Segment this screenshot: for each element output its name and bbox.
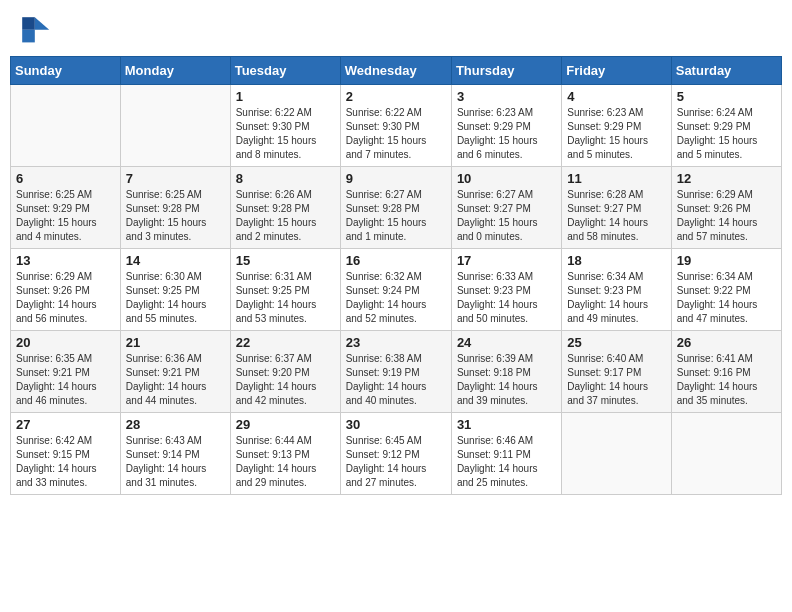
day-info: Sunrise: 6:35 AM Sunset: 9:21 PM Dayligh… [16,352,115,408]
page-header [10,10,782,46]
day-info: Sunrise: 6:38 AM Sunset: 9:19 PM Dayligh… [346,352,446,408]
day-number: 12 [677,171,776,186]
day-number: 26 [677,335,776,350]
calendar-cell: 21Sunrise: 6:36 AM Sunset: 9:21 PM Dayli… [120,331,230,413]
calendar-cell: 3Sunrise: 6:23 AM Sunset: 9:29 PM Daylig… [451,85,561,167]
day-info: Sunrise: 6:29 AM Sunset: 9:26 PM Dayligh… [16,270,115,326]
calendar-week-4: 20Sunrise: 6:35 AM Sunset: 9:21 PM Dayli… [11,331,782,413]
calendar-cell [120,85,230,167]
day-info: Sunrise: 6:26 AM Sunset: 9:28 PM Dayligh… [236,188,335,244]
day-info: Sunrise: 6:37 AM Sunset: 9:20 PM Dayligh… [236,352,335,408]
day-number: 2 [346,89,446,104]
col-header-saturday: Saturday [671,57,781,85]
day-number: 17 [457,253,556,268]
calendar-cell: 18Sunrise: 6:34 AM Sunset: 9:23 PM Dayli… [562,249,671,331]
day-info: Sunrise: 6:23 AM Sunset: 9:29 PM Dayligh… [457,106,556,162]
col-header-sunday: Sunday [11,57,121,85]
logo-icon [15,10,51,46]
calendar: SundayMondayTuesdayWednesdayThursdayFrid… [10,56,782,495]
day-number: 16 [346,253,446,268]
calendar-cell: 12Sunrise: 6:29 AM Sunset: 9:26 PM Dayli… [671,167,781,249]
day-info: Sunrise: 6:31 AM Sunset: 9:25 PM Dayligh… [236,270,335,326]
day-info: Sunrise: 6:46 AM Sunset: 9:11 PM Dayligh… [457,434,556,490]
col-header-wednesday: Wednesday [340,57,451,85]
calendar-cell: 10Sunrise: 6:27 AM Sunset: 9:27 PM Dayli… [451,167,561,249]
calendar-cell: 1Sunrise: 6:22 AM Sunset: 9:30 PM Daylig… [230,85,340,167]
day-info: Sunrise: 6:42 AM Sunset: 9:15 PM Dayligh… [16,434,115,490]
calendar-cell: 30Sunrise: 6:45 AM Sunset: 9:12 PM Dayli… [340,413,451,495]
day-number: 20 [16,335,115,350]
col-header-thursday: Thursday [451,57,561,85]
calendar-cell: 15Sunrise: 6:31 AM Sunset: 9:25 PM Dayli… [230,249,340,331]
calendar-cell: 25Sunrise: 6:40 AM Sunset: 9:17 PM Dayli… [562,331,671,413]
calendar-cell: 17Sunrise: 6:33 AM Sunset: 9:23 PM Dayli… [451,249,561,331]
day-info: Sunrise: 6:39 AM Sunset: 9:18 PM Dayligh… [457,352,556,408]
day-number: 9 [346,171,446,186]
day-info: Sunrise: 6:43 AM Sunset: 9:14 PM Dayligh… [126,434,225,490]
day-info: Sunrise: 6:27 AM Sunset: 9:28 PM Dayligh… [346,188,446,244]
calendar-cell: 7Sunrise: 6:25 AM Sunset: 9:28 PM Daylig… [120,167,230,249]
day-number: 18 [567,253,665,268]
day-number: 1 [236,89,335,104]
calendar-cell: 8Sunrise: 6:26 AM Sunset: 9:28 PM Daylig… [230,167,340,249]
calendar-cell: 9Sunrise: 6:27 AM Sunset: 9:28 PM Daylig… [340,167,451,249]
calendar-cell: 11Sunrise: 6:28 AM Sunset: 9:27 PM Dayli… [562,167,671,249]
calendar-week-1: 1Sunrise: 6:22 AM Sunset: 9:30 PM Daylig… [11,85,782,167]
calendar-cell: 16Sunrise: 6:32 AM Sunset: 9:24 PM Dayli… [340,249,451,331]
calendar-cell: 31Sunrise: 6:46 AM Sunset: 9:11 PM Dayli… [451,413,561,495]
day-number: 30 [346,417,446,432]
day-info: Sunrise: 6:27 AM Sunset: 9:27 PM Dayligh… [457,188,556,244]
day-number: 24 [457,335,556,350]
day-number: 8 [236,171,335,186]
day-info: Sunrise: 6:23 AM Sunset: 9:29 PM Dayligh… [567,106,665,162]
calendar-cell [671,413,781,495]
svg-marker-0 [35,17,49,30]
col-header-friday: Friday [562,57,671,85]
calendar-cell: 6Sunrise: 6:25 AM Sunset: 9:29 PM Daylig… [11,167,121,249]
calendar-cell: 23Sunrise: 6:38 AM Sunset: 9:19 PM Dayli… [340,331,451,413]
day-info: Sunrise: 6:30 AM Sunset: 9:25 PM Dayligh… [126,270,225,326]
calendar-week-3: 13Sunrise: 6:29 AM Sunset: 9:26 PM Dayli… [11,249,782,331]
calendar-cell [562,413,671,495]
day-number: 13 [16,253,115,268]
calendar-cell: 22Sunrise: 6:37 AM Sunset: 9:20 PM Dayli… [230,331,340,413]
day-info: Sunrise: 6:41 AM Sunset: 9:16 PM Dayligh… [677,352,776,408]
calendar-week-5: 27Sunrise: 6:42 AM Sunset: 9:15 PM Dayli… [11,413,782,495]
calendar-cell: 2Sunrise: 6:22 AM Sunset: 9:30 PM Daylig… [340,85,451,167]
svg-rect-2 [22,30,35,43]
day-number: 7 [126,171,225,186]
day-number: 29 [236,417,335,432]
col-header-monday: Monday [120,57,230,85]
day-info: Sunrise: 6:34 AM Sunset: 9:23 PM Dayligh… [567,270,665,326]
day-number: 14 [126,253,225,268]
day-info: Sunrise: 6:24 AM Sunset: 9:29 PM Dayligh… [677,106,776,162]
calendar-cell: 19Sunrise: 6:34 AM Sunset: 9:22 PM Dayli… [671,249,781,331]
calendar-cell: 28Sunrise: 6:43 AM Sunset: 9:14 PM Dayli… [120,413,230,495]
day-number: 3 [457,89,556,104]
day-info: Sunrise: 6:25 AM Sunset: 9:28 PM Dayligh… [126,188,225,244]
calendar-cell [11,85,121,167]
day-number: 31 [457,417,556,432]
day-info: Sunrise: 6:45 AM Sunset: 9:12 PM Dayligh… [346,434,446,490]
col-header-tuesday: Tuesday [230,57,340,85]
svg-rect-1 [22,17,35,30]
day-info: Sunrise: 6:40 AM Sunset: 9:17 PM Dayligh… [567,352,665,408]
day-info: Sunrise: 6:28 AM Sunset: 9:27 PM Dayligh… [567,188,665,244]
calendar-cell: 26Sunrise: 6:41 AM Sunset: 9:16 PM Dayli… [671,331,781,413]
day-info: Sunrise: 6:33 AM Sunset: 9:23 PM Dayligh… [457,270,556,326]
calendar-cell: 20Sunrise: 6:35 AM Sunset: 9:21 PM Dayli… [11,331,121,413]
calendar-cell: 5Sunrise: 6:24 AM Sunset: 9:29 PM Daylig… [671,85,781,167]
day-number: 6 [16,171,115,186]
day-info: Sunrise: 6:22 AM Sunset: 9:30 PM Dayligh… [236,106,335,162]
day-number: 28 [126,417,225,432]
day-info: Sunrise: 6:36 AM Sunset: 9:21 PM Dayligh… [126,352,225,408]
day-info: Sunrise: 6:29 AM Sunset: 9:26 PM Dayligh… [677,188,776,244]
day-info: Sunrise: 6:22 AM Sunset: 9:30 PM Dayligh… [346,106,446,162]
day-number: 10 [457,171,556,186]
day-number: 22 [236,335,335,350]
calendar-cell: 24Sunrise: 6:39 AM Sunset: 9:18 PM Dayli… [451,331,561,413]
day-number: 11 [567,171,665,186]
day-number: 23 [346,335,446,350]
day-number: 5 [677,89,776,104]
day-info: Sunrise: 6:44 AM Sunset: 9:13 PM Dayligh… [236,434,335,490]
